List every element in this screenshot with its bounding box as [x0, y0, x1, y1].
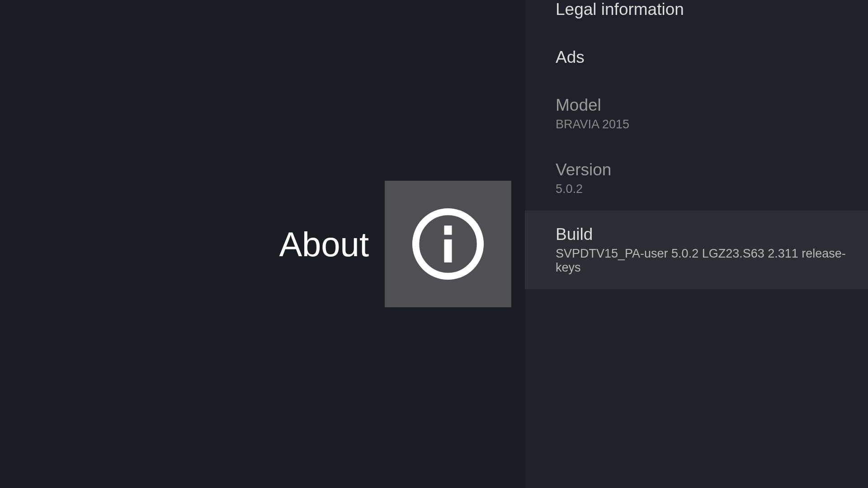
- list-item-version[interactable]: Version 5.0.2: [525, 146, 868, 211]
- title-area: About: [279, 181, 511, 307]
- list-item-legal-information[interactable]: Legal information: [525, 0, 868, 33]
- item-label: Ads: [556, 48, 868, 67]
- settings-list-panel: Legal information Ads Model BRAVIA 2015 …: [525, 0, 868, 488]
- left-content-panel: About: [0, 0, 525, 488]
- list-item-model[interactable]: Model BRAVIA 2015: [525, 81, 868, 146]
- info-icon: [410, 206, 486, 282]
- svg-rect-2: [444, 239, 452, 263]
- item-label: Build: [556, 225, 868, 244]
- item-value: BRAVIA 2015: [556, 117, 868, 131]
- item-label: Model: [556, 96, 868, 115]
- list-item-build[interactable]: Build SVPDTV15_PA-user 5.0.2 LGZ23.S63 2…: [525, 211, 868, 289]
- info-icon-box: [385, 181, 511, 307]
- item-label: Legal information: [556, 0, 868, 19]
- page-title: About: [279, 225, 369, 264]
- item-value: SVPDTV15_PA-user 5.0.2 LGZ23.S63 2.311 r…: [556, 247, 868, 275]
- item-value: 5.0.2: [556, 182, 868, 196]
- item-label: Version: [556, 160, 868, 179]
- svg-rect-1: [444, 225, 452, 235]
- list-item-ads[interactable]: Ads: [525, 33, 868, 81]
